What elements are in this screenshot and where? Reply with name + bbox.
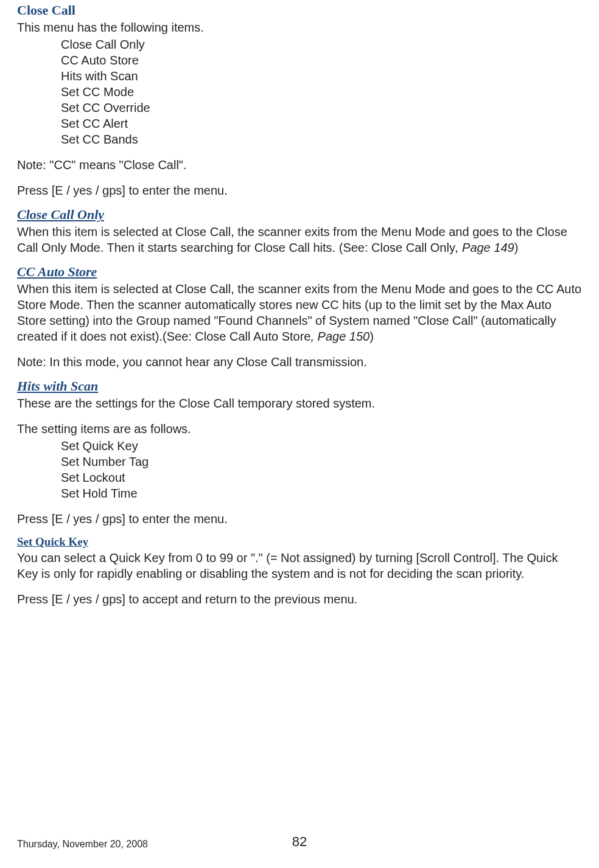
body-text: When this item is selected at Close Call… [17,224,582,255]
press-instruction: Press [E / yes / gps] to accept and retu… [17,591,582,607]
heading-cc-auto-store: CC Auto Store [17,255,582,280]
list-item: Set CC Bands [61,131,582,147]
settings-items-list: Set Quick Key Set Number Tag Set Lockout… [61,438,582,501]
list-item: Set CC Override [61,100,582,116]
note-text: Note: "CC" means "Close Call". [17,157,582,173]
list-item: Set Quick Key [61,438,582,454]
list-item: Set Hold Time [61,485,582,501]
list-item: Set CC Mode [61,84,582,100]
heading-close-call: Close Call [17,0,582,18]
menu-items-list: Close Call Only CC Auto Store Hits with … [61,36,582,147]
list-item: Close Call Only [61,36,582,52]
intro-text: This menu has the following items. [17,19,582,35]
heading-set-quick-key: Set Quick Key [17,527,582,549]
press-instruction: Press [E / yes / gps] to enter the menu. [17,182,582,198]
body-post: ) [370,330,374,343]
footer-page-number: 82 [292,834,307,850]
list-item: Hits with Scan [61,68,582,84]
page-footer: Thursday, November 20, 2008 82 [17,839,582,850]
list-item: Set Number Tag [61,454,582,470]
press-instruction: Press [E / yes / gps] to enter the menu. [17,511,582,527]
body-post: ) [514,241,519,254]
list-item: CC Auto Store [61,52,582,68]
note-text: Note: In this mode, you cannot hear any … [17,354,582,370]
list-item: Set Lockout [61,470,582,485]
footer-date: Thursday, November 20, 2008 [17,839,148,850]
body-text: You can select a Quick Key from 0 to 99 … [17,550,582,582]
body-text: When this item is selected at Close Call… [17,281,582,344]
list-item: Set CC Alert [61,116,582,131]
body-pre: When this item is selected at Close Call… [17,282,581,343]
intro-text: These are the settings for the Close Cal… [17,395,582,411]
heading-hits-with-scan: Hits with Scan [17,370,582,394]
settings-intro: The setting items are as follows. [17,421,582,437]
page-reference: , Page 149 [455,241,514,254]
heading-close-call-only: Close Call Only [17,198,582,223]
page-reference: , Page 150 [310,330,370,343]
